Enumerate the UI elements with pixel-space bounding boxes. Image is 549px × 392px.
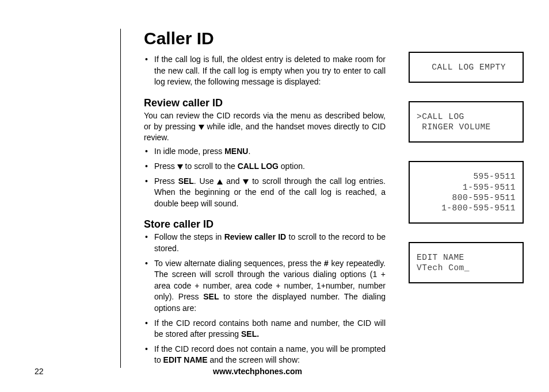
review-b1-b: . [248, 147, 250, 156]
lcd-menu: >CALL LOG RINGER VOLUME [409, 101, 524, 143]
review-b2: Press to scroll to the CALL LOG option. [144, 161, 386, 172]
down-arrow-icon [199, 125, 204, 130]
lcd-numbers: 595-9511 1-595-9511 800-595-9511 1-800-5… [409, 161, 524, 224]
sel-keyword-2: SEL [203, 292, 219, 301]
sel-keyword: SEL [178, 176, 194, 186]
left-margin-column [35, 29, 121, 368]
review-b2-a: Press [154, 162, 177, 171]
page-number: 22 [35, 367, 121, 376]
store-b1-a: Follow the steps in [154, 232, 224, 241]
body-row: Caller ID If the call log is full, the o… [35, 29, 526, 392]
review-b1-a: In idle mode, press [154, 147, 224, 156]
review-lead: You can review the CID records via the m… [144, 110, 386, 143]
hash-keyword: # [324, 259, 329, 268]
sel-keyword-3: SEL. [241, 329, 259, 339]
lcd-edit-name: EDIT NAME VTech Com_ [409, 242, 524, 283]
footer: 22 www.vtechphones.com [35, 367, 526, 376]
store-b1: Follow the steps in Review caller ID to … [144, 232, 386, 254]
review-b3-b: . Use [194, 176, 217, 186]
review-b3: Press SEL. Use and to scroll through the… [144, 176, 386, 210]
page: Caller ID If the call log is full, the o… [0, 0, 549, 392]
store-list: Follow the steps in Review caller ID to … [144, 232, 386, 366]
review-b2-c: option. [279, 162, 305, 171]
review-list: In idle mode, press MENU. Press to scrol… [144, 146, 386, 209]
store-b3-a: If the CID record contains both name and… [154, 318, 386, 339]
menu-keyword: MENU [224, 147, 248, 156]
review-b3-c: and [223, 176, 243, 186]
store-b2: To view alternate dialing sequences, pre… [144, 258, 386, 314]
down-arrow-icon [177, 164, 183, 170]
review-heading: Review caller ID [144, 97, 386, 109]
lcd-column: CALL LOG EMPTY >CALL LOG RINGER VOLUME 5… [409, 29, 524, 392]
review-b2-b: to scroll to the [183, 162, 238, 171]
intro-bullet: If the call log is full, the oldest entr… [144, 54, 386, 88]
call-log-keyword: CALL LOG [238, 162, 279, 171]
review-b1: In idle mode, press MENU. [144, 146, 386, 157]
main-column: Caller ID If the call log is full, the o… [144, 29, 386, 392]
down-arrow-icon [243, 179, 249, 185]
intro-list: If the call log is full, the oldest entr… [144, 54, 386, 88]
review-ref: Review caller ID [224, 232, 287, 241]
store-b4-b: and the screen will show: [208, 355, 300, 364]
store-b4: If the CID record does not contain a nam… [144, 344, 386, 366]
footer-url: www.vtechphones.com [213, 367, 302, 376]
edit-name-keyword: EDIT NAME [163, 355, 208, 364]
store-b3: If the CID record contains both name and… [144, 318, 386, 340]
lcd-call-log-empty: CALL LOG EMPTY [409, 52, 524, 83]
store-b2-a: To view alternate dialing sequences, pre… [154, 259, 324, 268]
up-arrow-icon [217, 179, 223, 185]
page-title: Caller ID [144, 29, 386, 48]
store-heading: Store caller ID [144, 218, 386, 230]
review-b3-a: Press [154, 176, 178, 186]
intro-bullet-text: If the call log is full, the oldest entr… [154, 55, 386, 86]
